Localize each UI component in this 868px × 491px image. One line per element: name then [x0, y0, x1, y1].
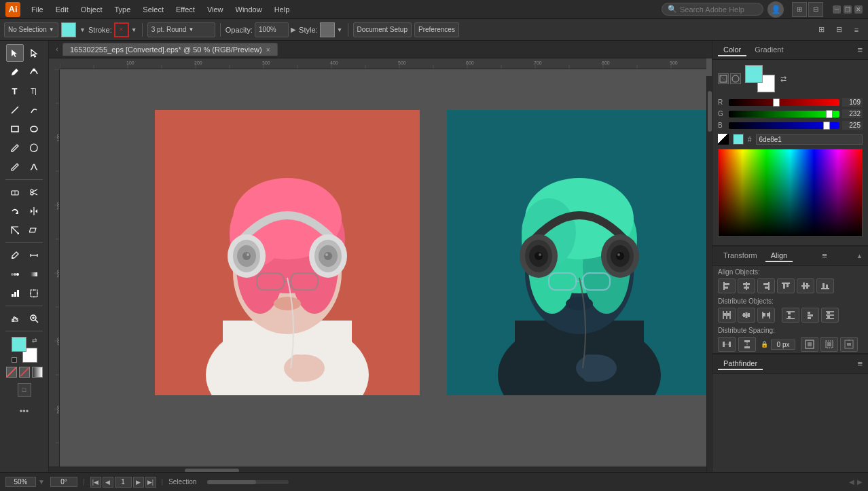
arrange-panels-icon[interactable]: ⊞ — [814, 22, 829, 37]
green-value-input[interactable] — [842, 109, 863, 118]
first-page-button[interactable]: |◀ — [90, 477, 101, 488]
document-setup-button[interactable]: Document Setup — [353, 22, 412, 37]
foreground-color-swatch[interactable] — [12, 337, 26, 352]
tool-rectangle[interactable] — [6, 120, 24, 138]
distribute-spacing-value[interactable] — [771, 340, 795, 350]
swap-colors-button[interactable]: ⇄ — [780, 75, 786, 84]
preferences-button[interactable]: Preferences — [414, 22, 459, 37]
color-icon[interactable] — [6, 367, 17, 378]
align-top-button[interactable] — [777, 278, 795, 293]
tool-blob-brush[interactable] — [25, 139, 43, 157]
tool-paintbrush[interactable] — [6, 139, 24, 157]
distribute-center-h-button[interactable] — [738, 308, 755, 323]
distribute-top-button[interactable] — [782, 308, 799, 323]
horizontal-scrollbar-thumb[interactable] — [185, 469, 239, 472]
last-page-button[interactable]: ▶| — [145, 477, 156, 488]
align-bottom-button[interactable] — [816, 278, 834, 293]
canvas-viewport[interactable] — [60, 69, 706, 467]
horizontal-scrollbar[interactable] — [49, 467, 706, 472]
distribute-bottom-button[interactable] — [821, 308, 839, 323]
tab-scroll-left[interactable]: ‹ — [52, 44, 62, 55]
tool-direct-select[interactable] — [25, 44, 43, 62]
menu-type[interactable]: Type — [109, 4, 137, 15]
distribute-spacing-lock-icon[interactable]: 🔒 — [759, 339, 770, 350]
color-panel-tab[interactable]: Color — [718, 44, 746, 56]
align-to-page-button[interactable] — [801, 337, 818, 352]
tool-line[interactable] — [6, 101, 24, 119]
gradient-panel-tab[interactable]: Gradient — [749, 44, 789, 56]
pathfinder-panel-tab[interactable]: Pathfinder — [718, 358, 763, 370]
menu-view[interactable]: View — [202, 4, 229, 15]
style-swatch[interactable] — [320, 22, 335, 37]
menu-file[interactable]: File — [26, 4, 49, 15]
green-slider-track[interactable] — [729, 111, 839, 117]
color-model-icon-1[interactable] — [718, 73, 729, 84]
align-left-button[interactable] — [718, 278, 736, 293]
user-avatar[interactable]: 👤 — [767, 1, 784, 18]
tool-hand[interactable] — [6, 310, 24, 327]
workspace-switch-icon[interactable]: ⊟ — [831, 22, 846, 37]
color-preview-swatch-color[interactable] — [733, 134, 744, 145]
distribute-center-v-button[interactable] — [801, 308, 819, 323]
menu-object[interactable]: Object — [75, 4, 108, 15]
pathfinder-panel-menu-icon[interactable]: ≡ — [857, 359, 863, 369]
menu-edit[interactable]: Edit — [50, 4, 74, 15]
tool-zoom-tool[interactable] — [25, 310, 43, 327]
align-center-h-button[interactable] — [738, 278, 755, 293]
distribute-right-button[interactable] — [757, 308, 775, 323]
fill-swatch[interactable] — [61, 22, 76, 37]
transform-panel-tab[interactable]: Transform — [718, 250, 763, 262]
swap-colors-icon[interactable]: ⇄ — [32, 337, 37, 344]
red-slider-track[interactable] — [729, 99, 839, 106]
color-model-icon-2[interactable] — [730, 73, 741, 84]
tool-curvature[interactable] — [25, 63, 43, 81]
vertical-scrollbar[interactable] — [706, 76, 712, 472]
tool-eraser[interactable] — [6, 183, 24, 201]
search-box[interactable]: 🔍 Search Adobe Help — [662, 3, 763, 16]
tool-ellipse[interactable] — [25, 120, 43, 138]
tool-smooth[interactable] — [25, 158, 43, 176]
close-button[interactable]: ✕ — [854, 5, 863, 14]
tool-measure[interactable] — [25, 247, 43, 264]
menu-window[interactable]: Window — [230, 4, 268, 15]
workspace-icon[interactable]: ⊞ — [792, 2, 807, 17]
tool-artboard[interactable] — [25, 285, 43, 302]
align-to-artboard-button[interactable] — [840, 337, 858, 352]
file-tab-active[interactable]: 165302255_eps [Converted].eps* @ 50 % (R… — [62, 43, 278, 56]
vertical-scrollbar-thumb[interactable] — [708, 91, 712, 132]
page-number-input[interactable] — [115, 477, 132, 488]
red-value-input[interactable] — [842, 98, 863, 107]
default-colors-icon[interactable] — [12, 357, 17, 363]
blue-slider-thumb[interactable] — [823, 122, 830, 130]
next-page-button[interactable]: ▶ — [133, 477, 144, 488]
arrange-icon[interactable]: ⊟ — [808, 2, 823, 17]
green-slider-thumb[interactable] — [826, 110, 833, 118]
tool-selection[interactable] — [6, 44, 24, 62]
tool-blend[interactable] — [6, 266, 24, 283]
tool-gradient[interactable] — [25, 266, 43, 283]
stroke-swatch[interactable]: ✕ — [114, 22, 129, 37]
distribute-left-button[interactable] — [718, 308, 736, 323]
align-center-v-button[interactable] — [797, 278, 814, 293]
stroke-width-selector[interactable]: 3 pt. Round ▼ — [147, 22, 215, 37]
none-icon[interactable] — [19, 367, 30, 378]
align-panel-collapse[interactable]: ▲ — [856, 253, 863, 259]
color-fg-bg-pair[interactable] — [745, 65, 775, 92]
tool-eyedropper[interactable] — [6, 247, 24, 264]
tool-pencil[interactable] — [6, 158, 24, 176]
rotation-input[interactable] — [50, 477, 77, 487]
blue-value-input[interactable] — [842, 121, 863, 130]
tool-scale[interactable] — [6, 221, 24, 239]
change-screen-mode-icon[interactable]: □ — [18, 383, 31, 397]
zoom-value-input[interactable] — [5, 477, 36, 487]
menu-help[interactable]: Help — [269, 4, 295, 15]
menu-effect[interactable]: Effect — [170, 4, 200, 15]
toolbar-menu-icon[interactable]: ≡ — [849, 22, 864, 37]
zoom-dropdown-arrow[interactable]: ▼ — [38, 478, 45, 486]
tool-rotate[interactable] — [6, 202, 24, 220]
minimize-button[interactable]: ─ — [833, 5, 841, 14]
align-panel-menu-icon[interactable]: ≡ — [822, 251, 827, 261]
prev-page-button[interactable]: ◀ — [103, 477, 113, 488]
more-tools-button[interactable]: ••• — [16, 402, 33, 420]
red-slider-thumb[interactable] — [773, 98, 780, 107]
